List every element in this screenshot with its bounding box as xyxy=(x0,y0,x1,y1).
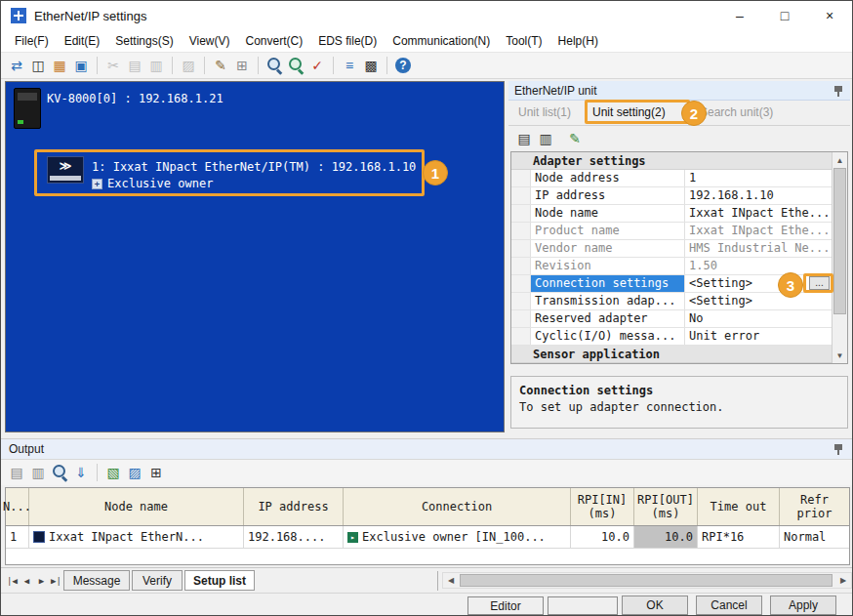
cell-node-name[interactable]: Ixxat INpact EtherN... xyxy=(29,526,244,548)
topology-panel[interactable]: KV-8000[0] : 192.168.1.21 ≫ 1: Ixxat INp… xyxy=(5,81,505,432)
tab-message[interactable]: Message xyxy=(63,570,130,591)
scroll-thumb[interactable] xyxy=(833,168,846,314)
grid-row-cyclic-message[interactable]: Cyclic(I/O) messa... Unit error xyxy=(511,328,832,346)
grid-cell-name[interactable]: Transmission adap... xyxy=(531,293,685,309)
menu-convert[interactable]: Convert(C) xyxy=(238,31,311,51)
pin-icon[interactable] xyxy=(833,442,844,456)
grid-row-revision[interactable]: Revision 1.50 xyxy=(511,258,832,275)
grid-cell-value[interactable]: 1 xyxy=(685,170,832,186)
list-view-icon[interactable]: ≡ xyxy=(340,56,359,75)
grid-cell-value[interactable]: <Setting> xyxy=(685,293,832,309)
header-time-out[interactable]: Time out xyxy=(698,488,780,525)
register-icon[interactable]: ⊞ xyxy=(232,56,252,75)
grid-cell-value[interactable]: No xyxy=(685,310,832,327)
pin-icon[interactable] xyxy=(833,84,844,98)
scroll-left-arrow[interactable]: ◀ xyxy=(443,573,459,588)
grid-cell-value[interactable]: <Setting> ... xyxy=(685,275,832,292)
grid-row-product-name[interactable]: Product name Ixxat INpact Ethe... xyxy=(511,223,832,240)
expand-icon[interactable]: + xyxy=(92,179,102,189)
menu-view[interactable]: View(V) xyxy=(182,31,238,51)
cut-icon[interactable]: ✂ xyxy=(103,56,123,75)
unit-editor-icon[interactable]: ▦ xyxy=(50,56,69,75)
menu-eds-file[interactable]: EDS file(D) xyxy=(310,31,385,51)
scroll-up-arrow[interactable]: ▲ xyxy=(833,152,847,168)
scroll-down-arrow[interactable]: ▼ xyxy=(833,348,847,363)
duplicate-unit-icon[interactable]: ▣ xyxy=(71,56,91,75)
search-web-icon[interactable] xyxy=(286,56,305,75)
menu-settings[interactable]: Settings(S) xyxy=(107,31,181,51)
menu-tool[interactable]: Tool(T) xyxy=(498,31,549,51)
grid-row-ip-address[interactable]: IP address 192.168.1.10 xyxy=(511,187,832,205)
adapter-icon[interactable]: ≫ xyxy=(47,156,84,184)
prev-tab-button[interactable]: ◀ xyxy=(20,572,34,589)
tab-unit-list[interactable]: Unit list(1) xyxy=(516,101,573,125)
grid-row-reserved-adapter[interactable]: Reserved adapter No xyxy=(511,310,832,328)
grid-row-vendor-name[interactable]: Vendor name HMS Industrial Ne... xyxy=(511,240,832,258)
grid-cell-name[interactable]: Node name xyxy=(531,205,685,222)
verify-icon[interactable]: ✓ xyxy=(307,56,327,75)
cell-no[interactable]: 1 xyxy=(6,526,29,548)
cell-refresh-priority[interactable]: Normal xyxy=(780,526,849,548)
output-monitor-icon[interactable]: ▨ xyxy=(125,463,144,482)
cell-time-out[interactable]: RPI*16 xyxy=(698,526,780,548)
next-tab-button[interactable]: ▶ xyxy=(34,572,49,589)
output-export-icon[interactable]: ⇓ xyxy=(71,463,91,482)
menu-communication[interactable]: Communication(N) xyxy=(385,31,498,51)
header-no[interactable]: N... xyxy=(6,488,29,525)
grid-cell-name[interactable]: Connection settings xyxy=(531,275,685,292)
cancel-button[interactable]: Cancel xyxy=(696,595,762,615)
header-node-name[interactable]: Node name xyxy=(29,488,244,525)
cell-connection[interactable]: ▸ Exclusive owner [IN_100... xyxy=(344,526,571,548)
first-tab-button[interactable]: |◀ xyxy=(5,572,20,589)
sort-order-icon[interactable]: ▥ xyxy=(536,129,555,148)
grid-cell-value[interactable]: 192.168.1.10 xyxy=(685,187,832,204)
adapter-label[interactable]: 1: Ixxat INpact EtherNet/IP(TM) : 192.16… xyxy=(92,160,416,174)
cell-rpi-in[interactable]: 10.0 xyxy=(571,526,634,548)
menu-file[interactable]: File(F) xyxy=(7,31,57,51)
table-view-icon[interactable]: ▩ xyxy=(361,56,381,75)
plc-label[interactable]: KV-8000[0] : 192.168.1.21 xyxy=(47,92,223,105)
editor-status-cell[interactable]: Editor xyxy=(467,596,544,615)
grid-cell-value[interactable]: Unit error xyxy=(685,328,832,345)
grid-cell-name[interactable]: IP address xyxy=(531,187,685,204)
tab-verify[interactable]: Verify xyxy=(132,570,183,591)
transfer-icon[interactable]: ⇄ xyxy=(7,56,26,75)
grid-vertical-scrollbar[interactable]: ▲ ▼ xyxy=(832,152,847,363)
minimize-button[interactable]: – xyxy=(717,1,762,30)
table-row[interactable]: 1 Ixxat INpact EtherN... 192.168.... ▸ E… xyxy=(6,526,849,549)
sort-category-icon[interactable]: ▤ xyxy=(514,129,534,148)
grid-row-node-name[interactable]: Node name Ixxat INpact Ethe... xyxy=(511,205,832,223)
menu-help[interactable]: Help(H) xyxy=(550,31,606,51)
search-icon[interactable] xyxy=(264,56,284,75)
edit-setting-icon[interactable]: ✎ xyxy=(565,129,585,148)
tab-search-unit[interactable]: Search unit(3) xyxy=(698,101,775,125)
monitor-icon[interactable]: ◫ xyxy=(28,56,48,75)
grid-cell-name[interactable]: Node address xyxy=(531,170,685,186)
plc-icon[interactable] xyxy=(14,88,41,129)
ok-button[interactable]: OK xyxy=(622,595,688,615)
header-refresh-priority[interactable]: Refrprior xyxy=(780,488,849,525)
output-copy-icon[interactable]: ▤ xyxy=(7,463,26,482)
apply-button[interactable]: Apply xyxy=(770,595,836,615)
scroll-right-arrow[interactable]: ▶ xyxy=(835,573,851,588)
cell-ip-address[interactable]: 192.168.... xyxy=(244,526,344,548)
grid-cell-name[interactable]: Cyclic(I/O) messa... xyxy=(531,328,685,345)
output-find-icon[interactable] xyxy=(50,463,69,482)
paste-icon[interactable]: ▥ xyxy=(146,56,166,75)
header-rpi-in[interactable]: RPI[IN](ms) xyxy=(571,488,634,525)
header-ip-address[interactable]: IP address xyxy=(244,488,344,525)
edit-icon[interactable]: ✎ xyxy=(211,56,230,75)
last-tab-button[interactable]: ▶| xyxy=(49,572,63,589)
tab-setup-list[interactable]: Setup list xyxy=(184,570,255,591)
cell-rpi-out[interactable]: 10.0 xyxy=(634,526,698,548)
adapter-connection-type[interactable]: Exclusive owner xyxy=(107,177,213,190)
header-rpi-out[interactable]: RPI[OUT](ms) xyxy=(634,488,698,525)
output-paste-icon[interactable]: ▥ xyxy=(28,463,48,482)
copy-icon[interactable]: ▤ xyxy=(125,56,144,75)
maximize-button[interactable]: □ xyxy=(762,1,807,30)
header-connection[interactable]: Connection xyxy=(344,488,571,525)
horizontal-scrollbar[interactable]: ◀ ▶ xyxy=(442,572,852,589)
output-grid-icon[interactable]: ⊞ xyxy=(146,463,166,482)
scroll-thumb[interactable] xyxy=(460,574,833,587)
special-paste-icon[interactable]: ▨ xyxy=(179,56,198,75)
